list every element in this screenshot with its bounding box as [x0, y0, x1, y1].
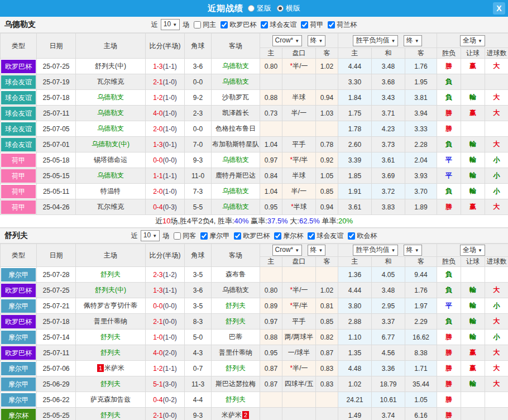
half-score: (0-0): [163, 302, 177, 310]
league-filter-checkbox[interactable]: [301, 21, 308, 28]
same-venue-checkbox[interactable]: [194, 21, 201, 28]
avg-time-value: 终: [406, 246, 413, 254]
league-filter-checkbox[interactable]: [221, 21, 228, 28]
half-score: (1-0): [163, 125, 177, 133]
result-handicap-cell: 赢: [461, 106, 485, 121]
avg-away: 2.29: [405, 314, 437, 330]
same-venue-checkbox[interactable]: [174, 232, 181, 240]
match-date: 25-07-25: [37, 283, 76, 298]
away-team-name: 米萨米: [222, 411, 242, 419]
team-section-header: 乌德勒支 近10▼场同主欧罗巴杯球会友谊荷甲荷兰杯: [0, 17, 508, 33]
summary-segment: 场,胜4平2负4, 胜率:: [170, 217, 234, 225]
handicap-cell: [282, 74, 316, 90]
avg-draw: 3.74: [372, 408, 405, 420]
avg-time-value: 终: [406, 36, 413, 44]
home-team: 特温特: [76, 184, 146, 199]
col-odds-home: 主: [260, 48, 282, 59]
result-goals-cell: 小: [485, 298, 508, 314]
close-button[interactable]: X: [493, 2, 505, 15]
odds-away: 0.94: [316, 90, 338, 106]
avg-draw: 3.43: [372, 90, 405, 106]
version-radio-option[interactable]: 横版: [277, 3, 300, 13]
radio-button-icon[interactable]: [277, 5, 284, 12]
result-goals-cell: [485, 267, 508, 283]
avg-odds-select[interactable]: 胜平负均值▼: [353, 245, 398, 256]
col-score: 比分(半场): [146, 34, 185, 59]
league-filter-checkbox[interactable]: [308, 232, 315, 240]
half-score: (1-2): [163, 271, 177, 279]
full-score: 0-0: [153, 156, 162, 164]
away-team: 森布鲁: [212, 267, 260, 283]
handicap-text: 半/一: [291, 109, 306, 117]
result-handicap-text: 輸: [469, 156, 476, 164]
league-type-cell: 摩尔甲: [1, 361, 37, 376]
avg-away: 3.70: [405, 184, 437, 199]
handicap-cell: *平/半: [282, 298, 316, 314]
fullmatch-select[interactable]: 全场▼: [460, 35, 485, 46]
result-handicap-cell: 輸: [461, 90, 485, 106]
result-goals-cell: 大: [485, 376, 508, 392]
avg-draw: 3.71: [372, 106, 405, 121]
odds-time-select[interactable]: 终▼: [308, 35, 326, 46]
odds-away: 1.02: [316, 59, 338, 74]
league-type-cell: 球会友谊: [1, 74, 37, 90]
col-home: 主场: [76, 34, 146, 59]
handicap-cell: *半/一: [282, 361, 316, 376]
league-type-badge: 荷甲: [1, 201, 36, 214]
league-filter-checkbox[interactable]: [234, 232, 241, 240]
league-filter-checkbox[interactable]: [274, 232, 281, 240]
result-outcome-cell: 負: [437, 74, 461, 90]
handicap-text: 四球半/五: [285, 380, 313, 388]
filter-bar: 近10▼场同客摩尔甲欧罗巴杯摩尔杯球会友谊欧会杯: [130, 230, 378, 241]
result-handicap-cell: 輸: [461, 330, 485, 345]
result-handicap-text: 輸: [469, 171, 476, 179]
title-bar: 近期战绩 竖版横版 X: [0, 0, 508, 17]
league-type-cell: 球会友谊: [1, 106, 37, 121]
col-corner: 角球: [185, 34, 212, 59]
result-goals-cell: [485, 408, 508, 420]
league-filter-checkbox[interactable]: [200, 232, 208, 240]
home-team: 1米萨米: [76, 361, 146, 376]
handicap-cell: *半球: [282, 199, 316, 215]
odds-company-select[interactable]: Crow*▼: [272, 35, 303, 46]
fullmatch-select[interactable]: 全场▼: [460, 245, 485, 256]
chevron-down-icon: ▼: [478, 39, 482, 44]
avg-away: 9.44: [405, 267, 437, 283]
avg-time-select[interactable]: 终▼: [404, 35, 422, 46]
odds-away: 0.94: [316, 199, 338, 215]
avg-draw: 3.69: [372, 168, 405, 184]
result-outcome-cell: 負: [437, 90, 461, 106]
match-date: 25-07-14: [37, 330, 76, 345]
odds-away: 0.78: [316, 137, 338, 152]
home-team-name: 特温特: [100, 187, 121, 195]
table-row: 球会友谊25-07-11乌德勒支4-0(1-0)2-3凯泽酋长0.73半/一1.…: [1, 106, 508, 121]
chevron-down-icon: ▼: [415, 39, 419, 44]
half-score: (1-0): [163, 94, 177, 102]
avg-home: 1.35: [338, 345, 372, 361]
league-filter-checkbox[interactable]: [328, 21, 335, 28]
version-radio-option[interactable]: 竖版: [248, 3, 271, 13]
result-goals-cell: 大: [485, 90, 508, 106]
games-count-select[interactable]: 10▼: [141, 230, 160, 241]
match-date: 25-07-19: [37, 74, 76, 90]
league-filter-checkbox[interactable]: [348, 232, 355, 240]
result-goals-cell: 小: [485, 184, 508, 199]
avg-draw: 10.61: [372, 392, 405, 408]
score-cell: 5-1(3-0): [146, 376, 185, 392]
odds-away: 0.81: [316, 298, 338, 314]
odds-time-select[interactable]: 终▼: [308, 245, 326, 256]
handicap-cell: 半/一: [282, 184, 316, 199]
away-team: 普里什蒂纳: [212, 345, 260, 361]
league-filter-checkbox[interactable]: [261, 21, 268, 28]
match-date: 25-07-25: [37, 59, 76, 74]
radio-button-icon[interactable]: [248, 5, 255, 12]
avg-time-select[interactable]: 终▼: [404, 245, 422, 256]
handicap-cell: 一/球半: [282, 345, 316, 361]
away-team-name: 鹿特丹斯巴达: [215, 171, 256, 179]
full-score: 2-3: [153, 271, 162, 279]
avg-draw: 4.05: [372, 267, 405, 283]
avg-odds-select[interactable]: 胜平负均值▼: [353, 35, 398, 46]
games-count-select[interactable]: 10▼: [161, 19, 180, 30]
odds-company-select[interactable]: Crow*▼: [272, 245, 303, 256]
match-date: 25-04-26: [37, 199, 76, 215]
